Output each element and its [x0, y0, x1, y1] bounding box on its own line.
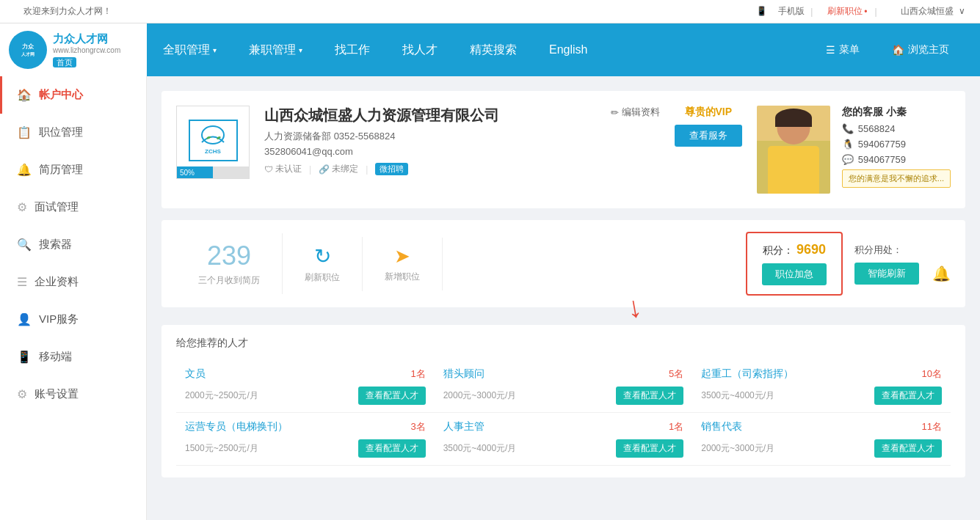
sidebar-item-mobile[interactable]: 📱 移动端 — [0, 338, 146, 376]
logo[interactable]: 力众 人才网 力众人才网 www.lizhongrcw.com 首页 — [0, 23, 147, 76]
talent-footer-4: 3500元~4000元/月 查看配置人才 — [443, 439, 684, 458]
talent-count-5: 11名 — [922, 420, 942, 433]
company-logo-svg: ZCHS — [186, 117, 241, 168]
nav-home[interactable]: 🏠 浏览主页 — [876, 23, 965, 76]
cs-info: 您的客服 小秦 📞 5568824 🐧 594067759 💬 59406775… — [842, 106, 951, 194]
talent-salary-5: 2000元~3000元/月 — [701, 442, 774, 455]
talent-header-1: 猎头顾问 5名 — [443, 367, 684, 381]
company-logo: ZCHS 50% — [176, 106, 250, 179]
view-talent-btn-2[interactable]: 查看配置人才 — [874, 387, 942, 405]
sidebar-item-interview[interactable]: ⚙ 面试管理 — [0, 188, 146, 226]
company-name-top[interactable]: 山西众城恒盛 ∨ — [892, 5, 965, 18]
resumes-icon: 🔔 — [17, 163, 32, 177]
sidebar-item-resumes[interactable]: 🔔 简历管理 — [0, 151, 146, 188]
positions-icon: 📋 — [17, 125, 32, 139]
points-label-row: 积分： 9690 — [763, 242, 826, 257]
svg-point-0 — [12, 34, 44, 66]
view-talent-btn-4[interactable]: 查看配置人才 — [616, 439, 683, 458]
add-icon: ➤ — [394, 245, 410, 268]
qq-icon: 🐧 — [842, 139, 854, 150]
nav-menu[interactable]: ☰ 菜单 — [810, 23, 876, 76]
settings-icon: ⚙ — [17, 387, 27, 401]
account-icon: 🏠 — [17, 88, 32, 102]
top-divider-2: | — [875, 7, 877, 17]
points-box: 积分： 9690 职位加急 — [746, 232, 843, 296]
shield-icon: 🛡 — [264, 164, 273, 175]
main-layout: 🏠 帐户中心 📋 职位管理 🔔 简历管理 ⚙ 面试管理 🔍 搜索器 ☰ 企业资料… — [0, 76, 980, 520]
view-service-btn[interactable]: 查看服务 — [675, 125, 742, 147]
resume-count-label: 三个月收到简历 — [198, 274, 260, 287]
points-value: 9690 — [796, 242, 826, 257]
progress-fill: 50% — [177, 166, 213, 178]
refresh-link[interactable]: 刷新职位 — [827, 5, 863, 18]
mobile-link[interactable]: 📱 手机版 — [747, 5, 805, 18]
refresh-icon: ↻ — [314, 244, 331, 268]
logo-text: 力众人才网 www.lizhongrcw.com 首页 — [53, 32, 120, 69]
menu-icon: ☰ — [826, 44, 835, 56]
smart-refresh-btn[interactable]: 智能刷新 — [854, 263, 919, 285]
talent-name-1[interactable]: 猎头顾问 — [443, 367, 484, 381]
edit-icon: ✏ — [611, 107, 619, 118]
talent-item-0: 文员 1名 2000元~2500元/月 查看配置人才 — [176, 360, 435, 413]
refresh-positions-block[interactable]: ↻ 刷新职位 — [283, 237, 363, 291]
nav-zhaorensi[interactable]: 找人才 — [386, 23, 454, 76]
jiaji-btn[interactable]: 职位加急 — [762, 263, 827, 285]
sidebar-item-settings[interactable]: ⚙ 账号设置 — [0, 376, 146, 413]
search-icon: 🔍 — [17, 238, 32, 252]
vip-label: 尊贵的VIP — [685, 106, 733, 119]
company-email: 352806041@qq.com — [264, 146, 499, 157]
nav-jingying[interactable]: 精英搜索 — [454, 23, 533, 76]
bind-badge: 🔗 未绑定 — [319, 163, 358, 175]
talent-count-3: 3名 — [410, 420, 425, 433]
top-divider-1: | — [810, 7, 813, 17]
view-talent-btn-1[interactable]: 查看配置人才 — [616, 387, 683, 405]
sidebar-item-vip[interactable]: 👤 VIP服务 — [0, 301, 146, 338]
nav-english[interactable]: English — [533, 23, 603, 76]
talent-header-2: 起重工（司索指挥） 10名 — [701, 367, 942, 381]
sidebar-item-positions[interactable]: 📋 职位管理 — [0, 114, 146, 151]
nav-jianzi[interactable]: 兼职管理 ▾ — [233, 23, 319, 76]
arrow-annotation: ↑ — [628, 295, 642, 328]
main-nav: 力众 人才网 力众人才网 www.lizhongrcw.com 首页 全职管理 … — [0, 23, 980, 76]
refresh-label: 刷新职位 — [305, 271, 340, 284]
welcome-text: 欢迎来到力众人才网！ — [23, 5, 112, 18]
talent-count-4: 1名 — [669, 420, 683, 433]
sidebar-item-company[interactable]: ☰ 企业资料 — [0, 263, 146, 301]
dot: • — [864, 7, 867, 17]
talent-section: 给您推荐的人才 文员 1名 2000元~2500元/月 查看配置人才 猎头顾问 — [161, 325, 965, 477]
talent-name-0[interactable]: 文员 — [185, 367, 206, 381]
talent-header-0: 文员 1名 — [185, 367, 426, 381]
resume-count-block: 239 三个月收到简历 — [176, 233, 283, 294]
phone-icon: 📞 — [842, 123, 854, 134]
talent-salary-3: 1500元~2500元/月 — [185, 442, 258, 455]
add-position-block[interactable]: ➤ 新增职位 — [363, 238, 443, 290]
edit-info-btn[interactable]: ✏ 编辑资料 — [611, 106, 660, 119]
vip-icon: 👤 — [17, 312, 32, 326]
sidebar: 🏠 帐户中心 📋 职位管理 🔔 简历管理 ⚙ 面试管理 🔍 搜索器 ☰ 企业资料… — [0, 76, 147, 520]
sidebar-item-search[interactable]: 🔍 搜索器 — [0, 226, 146, 263]
nav-items: 全职管理 ▾ 兼职管理 ▾ 找工作 找人才 精英搜索 English ☰ 菜单 … — [147, 23, 980, 76]
talent-footer-2: 3500元~4000元/月 查看配置人才 — [701, 387, 942, 405]
view-talent-btn-3[interactable]: 查看配置人才 — [358, 439, 426, 458]
talent-section-title: 给您推荐的人才 — [176, 337, 951, 350]
view-talent-btn-0[interactable]: 查看配置人才 — [358, 387, 426, 405]
bell-icon: 🔔 — [932, 265, 951, 282]
talent-name-2[interactable]: 起重工（司索指挥） — [701, 367, 794, 381]
resume-count: 239 — [207, 241, 251, 271]
talent-item-2: 起重工（司索指挥） 10名 3500元~4000元/月 查看配置人才 — [692, 360, 951, 413]
points-usage: 积分用处： 智能刷新 🔔 — [854, 243, 951, 285]
nav-zhaozhao[interactable]: 找工作 — [319, 23, 386, 76]
micro-recruit-badge[interactable]: 微招聘 — [375, 163, 408, 175]
talent-name-3[interactable]: 运营专员（电梯换刊） — [185, 420, 288, 433]
talent-header-5: 销售代表 11名 — [701, 420, 942, 433]
talent-salary-4: 3500元~4000元/月 — [443, 442, 517, 455]
link-icon: 🔗 — [319, 164, 330, 175]
talent-name-4[interactable]: 人事主管 — [443, 420, 484, 433]
talent-item-1: 猎头顾问 5名 2000元~3000元/月 查看配置人才 — [435, 360, 693, 413]
sidebar-item-account[interactable]: 🏠 帐户中心 — [0, 76, 146, 114]
talent-name-5[interactable]: 销售代表 — [701, 420, 742, 433]
svg-point-4 — [202, 126, 224, 144]
nav-quanzhi[interactable]: 全职管理 ▾ — [147, 23, 233, 76]
view-talent-btn-5[interactable]: 查看配置人才 — [874, 439, 942, 458]
talent-footer-0: 2000元~2500元/月 查看配置人才 — [185, 387, 426, 405]
